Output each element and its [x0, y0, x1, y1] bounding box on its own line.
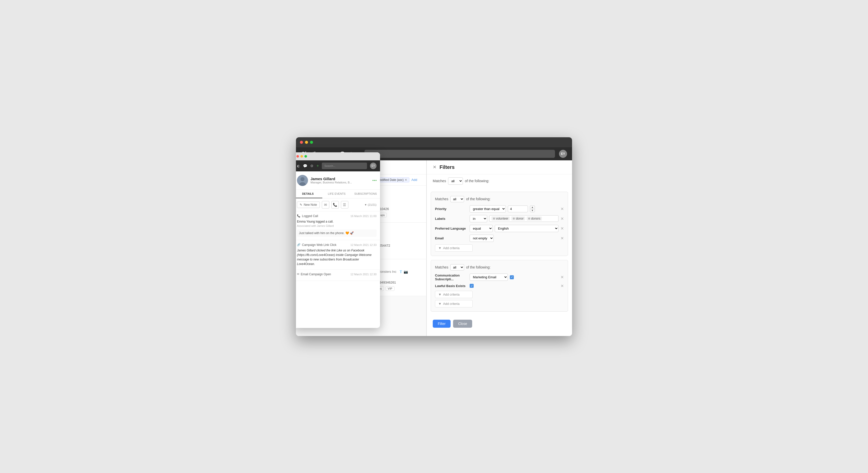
label-tag-donors: donors — [527, 217, 542, 221]
edit-icon: ✎ — [300, 203, 302, 207]
group1-matches-select[interactable]: all any — [450, 196, 464, 202]
maximize-traffic-light[interactable] — [310, 141, 313, 144]
new-note-button[interactable]: ✎ New Note — [297, 201, 320, 208]
top-matches-label-text: Matches — [433, 179, 446, 183]
priority-up[interactable]: ▲ — [530, 206, 535, 209]
priority-spinner[interactable]: ▲ ▼ — [530, 206, 535, 212]
new-note-label: New Note — [304, 203, 317, 207]
sw-chat-icon[interactable]: 💬 — [303, 164, 307, 168]
sw-settings-icon[interactable]: ⚙ — [310, 164, 313, 168]
sidebar-menu-dots[interactable] — [372, 180, 376, 181]
filters-close-x[interactable]: ✕ — [433, 164, 436, 170]
activity-email-open: ✉ Email Campaign Open 12 March 2021 12:3… — [296, 270, 380, 281]
logged-call-note: Just talked with him on the phone. 🧡 🚀 — [297, 229, 376, 237]
minimize-traffic-light[interactable] — [305, 141, 308, 144]
group2-add-criteria-btn[interactable]: ▼ Add criteria — [435, 291, 473, 298]
sw-user-avatar[interactable]: EY — [370, 163, 376, 169]
activity-web-link: 🔗 Campaign Web Link Click 12 March 2021 … — [296, 240, 380, 270]
sidebar-tabs: DETAILS LIFE EVENTS SUBSCRIPTIONS — [296, 190, 380, 198]
activity-filter-badge[interactable]: ▼ (21/21) — [364, 203, 376, 206]
email-open-header: ✉ Email Campaign Open 12 March 2021 12:3… — [297, 273, 376, 276]
phone-action-btn[interactable]: 📞 — [331, 201, 339, 209]
sw-min-tl[interactable] — [301, 155, 303, 158]
logged-call-date: 16 March 2021 11:00 — [350, 215, 376, 218]
web-link-header: 🔗 Campaign Web Link Click 12 March 2021 … — [297, 243, 376, 247]
priority-value-input[interactable] — [508, 206, 528, 212]
language-operator-select[interactable]: equal not equal — [470, 225, 493, 232]
priority-down[interactable]: ▼ — [530, 209, 535, 212]
communication-checkbox[interactable]: ✓ — [510, 275, 514, 279]
close-button[interactable]: Close — [453, 320, 472, 328]
tab-life-events[interactable]: LIFE EVENTS — [322, 190, 351, 198]
priority-operator-select[interactable]: greater than equal less than equal — [470, 205, 506, 213]
sidebar-contact-info: James Gillard Manager, Business Relation… — [310, 177, 352, 184]
filter-actions: Filter Close — [427, 316, 572, 332]
close-traffic-light[interactable] — [300, 141, 303, 144]
sw-max-tl[interactable] — [305, 155, 307, 158]
top-matches-select[interactable]: all any — [448, 178, 463, 185]
sw-close-tl[interactable] — [297, 155, 299, 158]
sidebar-title-bar — [296, 152, 380, 160]
filters-panel: ✕ Filters Matches all any of the followi… — [427, 160, 572, 336]
email-open-date: 12 March 2021 12:30 — [350, 273, 376, 276]
top-of-following-text: of the following: — [465, 179, 489, 183]
language-remove-btn[interactable]: ✕ — [560, 226, 564, 231]
svg-point-10 — [301, 177, 305, 181]
sw-add-icon[interactable]: + — [316, 164, 319, 168]
priority-remove-btn[interactable]: ✕ — [560, 207, 564, 211]
group1-of-following: of the following: — [466, 197, 491, 201]
filter-button[interactable]: Filter — [433, 320, 451, 328]
group1-matches-row: Matches all any of the following: — [435, 196, 564, 202]
group1-add-criteria-btn[interactable]: ▼ Add criteria — [435, 244, 473, 252]
sidebar-contact-role: Manager, Business Relations, B... — [310, 181, 352, 184]
labels-remove-btn[interactable]: ✕ — [560, 216, 564, 221]
communication-filter-row: Communication Subscripti... Marketing Em… — [435, 274, 564, 281]
search-input[interactable] — [365, 150, 555, 158]
lawful-basis-remove-btn[interactable]: ✕ — [560, 284, 564, 288]
group2-add-criteria-btn-2[interactable]: ▼ Add criteria — [435, 300, 473, 307]
language-value-select[interactable]: English French German — [495, 225, 558, 232]
group2-matches-text: Matches — [435, 265, 448, 269]
tab-details-label: DETAILS — [302, 192, 313, 195]
sidebar-app-header: ◐ 💬 ⚙ + EY — [296, 160, 380, 171]
email-operator-select[interactable]: not empty empty equal — [470, 234, 494, 242]
add-criteria-icon-3: ▼ — [438, 302, 441, 306]
add-criteria-label: Add criteria — [443, 246, 460, 250]
language-label: Preferred Language — [435, 227, 468, 230]
user-avatar[interactable]: EY — [559, 150, 567, 158]
tab-details[interactable]: DETAILS — [296, 190, 322, 198]
language-filter-row: Preferred Language equal not equal Engli… — [435, 225, 564, 232]
phone-icon: 📞 — [297, 214, 301, 218]
lawful-basis-label: Lawful Basis Exists — [435, 284, 468, 288]
sw-profile-icon[interactable]: ◐ — [297, 164, 300, 168]
logged-call-sub: Associated with James Gillard — [297, 224, 376, 227]
web-link-type: Campaign Web Link Click — [302, 243, 336, 247]
communication-remove-btn[interactable]: ✕ — [560, 275, 564, 280]
labels-tags-container[interactable]: volunteer donor donors — [489, 215, 558, 222]
add-filter-button[interactable]: Add — [411, 178, 417, 182]
add-criteria-label-2: Add criteria — [443, 292, 460, 296]
tab-subscriptions-label: SUBSCRIPTIONS — [354, 192, 377, 195]
labels-operator-select[interactable]: in not in — [470, 215, 487, 222]
priority-label: Priority — [435, 207, 468, 211]
envelope-icon: ✉ — [297, 273, 299, 276]
add-criteria-icon-2: ▼ — [438, 292, 441, 296]
lawful-basis-checkbox[interactable]: ✓ — [470, 284, 474, 288]
filter-group-2: Matches all any of the following: Commun… — [431, 260, 568, 312]
group1-matches-text: Matches — [435, 197, 448, 201]
email-open-type: Email Campaign Open — [301, 273, 331, 276]
group2-of-following: of the following: — [466, 265, 491, 269]
email-remove-btn[interactable]: ✕ — [560, 236, 564, 241]
group2-matches-select[interactable]: all any — [450, 264, 464, 271]
filters-header: ✕ Filters — [427, 160, 572, 175]
email-action-btn[interactable]: ✉ — [322, 201, 329, 209]
sidebar-contact-avatar — [297, 175, 308, 186]
communication-operator-select[interactable]: Marketing Email Transactional Email — [470, 274, 508, 281]
sw-search-input[interactable] — [322, 163, 367, 169]
logged-call-text: Emma Young logged a call. — [297, 219, 376, 224]
date-filter-remove[interactable]: ✕ — [405, 178, 407, 182]
labels-filter-row: Labels in not in volunteer donor don — [435, 215, 564, 222]
tab-subscriptions[interactable]: SUBSCRIPTIONS — [351, 190, 380, 198]
sidebar-activity-list: 📞 Logged Call 16 March 2021 11:00 Emma Y… — [296, 211, 380, 328]
list-action-btn[interactable]: ☰ — [341, 201, 348, 209]
